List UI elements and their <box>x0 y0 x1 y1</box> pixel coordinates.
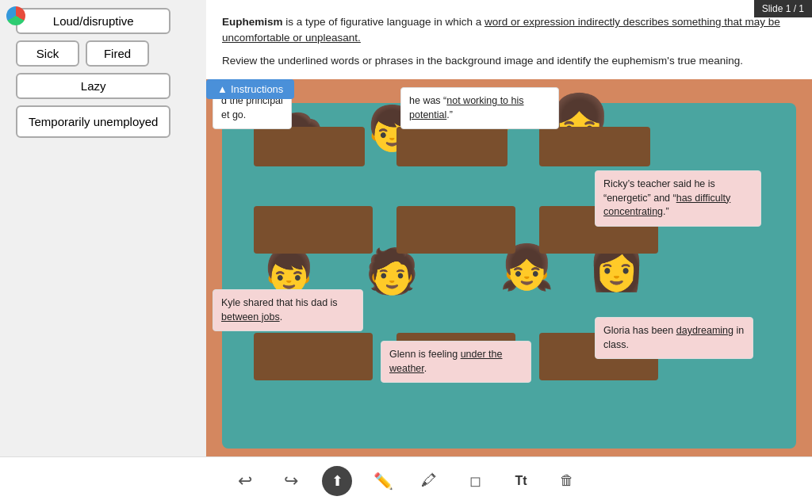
classroom-inner: 🧒 👦 🧒 👧 👦 🧑 👧 👩 d the principal et go. h… <box>206 79 812 456</box>
chevron-up-icon: ▲ <box>217 83 228 95</box>
desk-2 <box>396 206 515 254</box>
choice-lazy[interactable]: Lazy <box>16 73 170 99</box>
answer-choices-panel: Loud/disruptive Sick Fired Lazy Temporar… <box>16 8 170 138</box>
redo-icon: ↪ <box>284 471 298 491</box>
cursor-icon: ⬆ <box>331 472 343 490</box>
choice-temp-unemployed[interactable]: Temporarily unemployed <box>16 105 170 138</box>
desk-4 <box>254 333 373 380</box>
highlight-tool-button[interactable]: 🖍 <box>414 466 444 496</box>
cursor-tool-button[interactable]: ⬆ <box>322 466 352 496</box>
speech-box-potential: he was “not working to his potential.” <box>400 87 559 129</box>
classroom-area: 🧒 👦 🧒 👧 👦 🧑 👧 👩 d the principal et go. h… <box>206 79 812 456</box>
speech-ricky-underline: has difficulty concentrating <box>603 193 730 218</box>
pen-icon: ✏️ <box>373 472 393 491</box>
speech-box-gloria: Gloria has been daydreaming in class. <box>595 317 753 359</box>
review-instruction: Review the underlined words or phrases i… <box>222 53 796 69</box>
euphemism-term: Euphemism <box>222 16 283 28</box>
speech-box-glenn: Glenn is feeling under the weather. <box>381 341 531 383</box>
eraser-tool-button[interactable]: ◻ <box>460 466 490 496</box>
text-icon: Tt <box>515 474 527 488</box>
pen-tool-button[interactable]: ✏️ <box>368 466 398 496</box>
instructions-banner-label: Instructions <box>231 83 283 95</box>
desk-1 <box>254 206 373 254</box>
speech-box-ricky: Ricky’s teacher said he is “energetic” a… <box>595 170 761 227</box>
speech-glenn-underline: under the weather <box>389 349 502 374</box>
choice-loud[interactable]: Loud/disruptive <box>16 8 170 34</box>
speech-box-kyle: Kyle shared that his dad is between jobs… <box>213 289 363 331</box>
highlight-icon: 🖍 <box>421 472 437 490</box>
trash-icon: 🗑 <box>560 472 574 489</box>
instructions-banner-button[interactable]: ▲ Instructions <box>206 79 294 99</box>
redo-button[interactable]: ↪ <box>276 466 306 496</box>
undo-button[interactable]: ↩ <box>230 466 260 496</box>
instructions-desc: is a type of figurative language in whic… <box>285 16 485 28</box>
slide-indicator: Slide 1 / 1 <box>754 0 812 17</box>
speech-potential-underline: not working to his potential <box>409 95 524 120</box>
instructions-text: Euphemism is a type of figurative langua… <box>206 0 812 77</box>
text-tool-button[interactable]: Tt <box>506 466 536 496</box>
desk-8 <box>396 127 508 166</box>
speech-kyle-underline: between jobs <box>221 311 280 323</box>
undo-icon: ↩ <box>238 471 252 491</box>
speech-gloria-underline: daydreaming <box>676 325 733 336</box>
choice-sick[interactable]: Sick <box>16 40 79 67</box>
delete-button[interactable]: 🗑 <box>552 466 582 496</box>
desk-7 <box>254 127 365 166</box>
choice-fired[interactable]: Fired <box>86 40 149 67</box>
bottom-toolbar: ↩ ↪ ⬆ ✏️ 🖍 ◻ Tt 🗑 <box>0 456 812 504</box>
logo-circle <box>6 6 25 25</box>
desk-9 <box>539 127 650 166</box>
app-logo <box>6 6 25 25</box>
eraser-icon: ◻ <box>469 472 481 490</box>
